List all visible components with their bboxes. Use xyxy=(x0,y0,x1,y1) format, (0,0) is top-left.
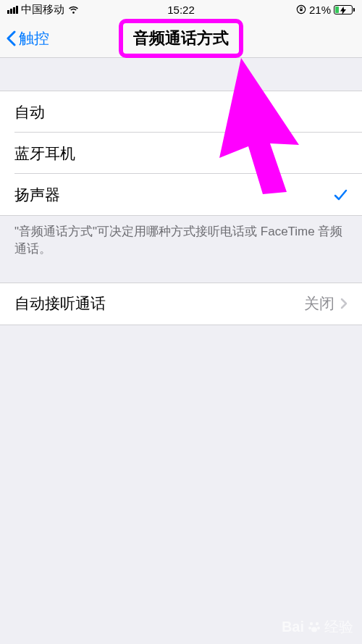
back-label: 触控 xyxy=(19,28,49,49)
status-left-group: 中国移动 xyxy=(7,3,80,17)
watermark-text: 经验 xyxy=(324,617,353,637)
checkmark-icon xyxy=(333,188,348,202)
option-label: 蓝牙耳机 xyxy=(14,143,75,164)
paw-icon xyxy=(307,620,321,635)
nav-bar: 触控 音频通话方式 xyxy=(0,19,362,58)
page-title: 音频通话方式 xyxy=(133,28,229,49)
wifi-icon xyxy=(67,5,80,14)
section-spacer xyxy=(0,265,362,283)
svg-point-5 xyxy=(317,627,320,630)
option-label: 扬声器 xyxy=(14,185,60,205)
watermark: Bai 经验 xyxy=(282,617,353,637)
row-value: 关闭 xyxy=(304,293,334,314)
clock: 15:22 xyxy=(167,4,195,16)
svg-point-3 xyxy=(316,622,319,624)
auto-answer-section: 自动接听通话 关闭 xyxy=(0,283,362,325)
auto-answer-row[interactable]: 自动接听通话 关闭 xyxy=(0,283,362,325)
section-footer-text: "音频通话方式"可决定用哪种方式接听电话或 FaceTime 音频通话。 xyxy=(0,216,362,265)
option-speaker[interactable]: 扬声器 xyxy=(0,174,362,215)
audio-routing-options: 自动 蓝牙耳机 扬声器 xyxy=(0,91,362,216)
svg-rect-1 xyxy=(300,9,303,11)
watermark-brand: Bai xyxy=(282,619,304,635)
row-label: 自动接听通话 xyxy=(14,293,106,314)
cell-signal-icon xyxy=(7,6,18,14)
section-spacer xyxy=(0,58,362,91)
row-value-group: 关闭 xyxy=(304,293,348,314)
status-bar: 中国移动 15:22 21% xyxy=(0,0,362,19)
rotation-lock-icon xyxy=(296,4,306,14)
carrier-label: 中国移动 xyxy=(21,3,64,17)
title-highlight-annotation: 音频通话方式 xyxy=(119,19,243,58)
option-label: 自动 xyxy=(14,102,45,122)
svg-point-6 xyxy=(311,627,317,632)
svg-point-2 xyxy=(310,622,313,624)
battery-icon xyxy=(334,5,355,14)
status-right-group: 21% xyxy=(296,4,355,16)
option-auto[interactable]: 自动 xyxy=(0,91,362,133)
back-button[interactable]: 触控 xyxy=(6,28,49,49)
option-bluetooth-headset[interactable]: 蓝牙耳机 xyxy=(0,133,362,174)
chevron-right-icon xyxy=(340,298,348,309)
svg-point-4 xyxy=(308,627,311,630)
chevron-left-icon xyxy=(6,30,16,46)
battery-percent: 21% xyxy=(309,4,331,16)
